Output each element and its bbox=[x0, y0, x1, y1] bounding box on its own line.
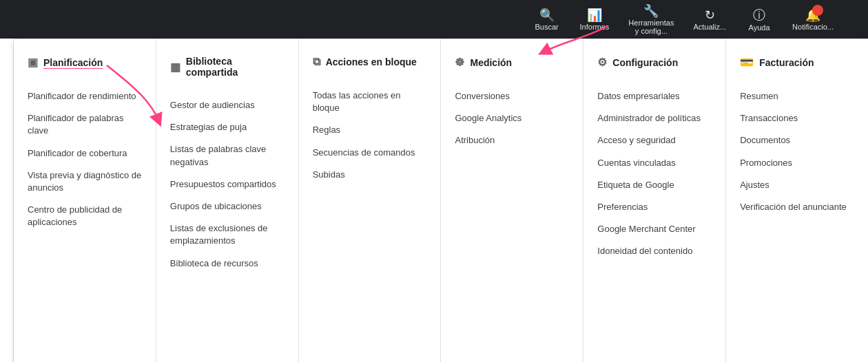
top-nav: 🔍Buscar📊Informes🔧Herramientas y config..… bbox=[0, 0, 868, 39]
menu-item-acciones-2[interactable]: Secuencias de comandos bbox=[313, 142, 427, 164]
menu-item-planificacion-2[interactable]: Planificador de cobertura bbox=[28, 142, 142, 164]
menu-item-facturacion-3[interactable]: Promociones bbox=[740, 152, 854, 174]
biblioteca-header-text: Biblioteca compartida bbox=[186, 56, 285, 78]
herramientas-icon: 🔧 bbox=[643, 4, 659, 18]
menu-column-acciones: ⧉Acciones en bloqueTodas las acciones en… bbox=[299, 39, 442, 362]
herramientas-label: Herramientas y config... bbox=[628, 19, 674, 35]
nav-item-ayuda[interactable]: ⓘAyuda bbox=[738, 4, 780, 34]
menu-item-facturacion-5[interactable]: Verificación del anunciante bbox=[740, 196, 854, 218]
actualiz-icon: ↻ bbox=[705, 8, 715, 22]
acciones-header-text: Acciones en bloque bbox=[326, 56, 417, 67]
nav-item-actualiz[interactable]: ↻Actualiz... bbox=[686, 5, 733, 34]
menu-item-configuracion-3[interactable]: Cuentas vinculadas bbox=[597, 152, 712, 174]
planificacion-header-icon: ▣ bbox=[28, 56, 38, 69]
menu-item-facturacion-1[interactable]: Transacciones bbox=[740, 107, 854, 129]
menu-item-planificacion-1[interactable]: Planificador de palabras clave bbox=[28, 107, 142, 142]
column-header-planificacion: ▣Planificación bbox=[28, 56, 142, 74]
nav-item-informes[interactable]: 📊Informes bbox=[573, 5, 617, 34]
column-header-biblioteca: ▦Biblioteca compartida bbox=[170, 56, 285, 83]
menu-item-acciones-1[interactable]: Reglas bbox=[313, 119, 427, 141]
menu-item-biblioteca-4[interactable]: Grupos de ubicaciones bbox=[170, 195, 285, 217]
menu-column-facturacion: 💳FacturaciónResumenTransaccionesDocument… bbox=[726, 39, 868, 362]
medicion-header-text: Medición bbox=[470, 57, 512, 68]
column-header-facturacion: 💳Facturación bbox=[740, 56, 854, 74]
menu-item-acciones-0[interactable]: Todas las acciones en bloque bbox=[313, 85, 427, 119]
menu-item-medicion-1[interactable]: Google Analytics bbox=[455, 107, 569, 129]
nav-item-notificaciones[interactable]: 🔔Notificacio... bbox=[785, 5, 840, 34]
menu-item-facturacion-2[interactable]: Documentos bbox=[740, 129, 854, 151]
menu-column-medicion: ☸MediciónConversionesGoogle AnalyticsAtr… bbox=[441, 39, 583, 362]
notificaciones-label: Notificacio... bbox=[792, 23, 834, 31]
menu-item-biblioteca-1[interactable]: Estrategias de puja bbox=[170, 116, 285, 138]
nav-item-herramientas[interactable]: 🔧Herramientas y config... bbox=[621, 1, 681, 38]
buscar-label: Buscar bbox=[535, 23, 558, 31]
menu-column-biblioteca: ▦Biblioteca compartidaGestor de audienci… bbox=[156, 39, 299, 362]
menu-item-acciones-3[interactable]: Subidas bbox=[313, 164, 427, 186]
menu-item-biblioteca-5[interactable]: Listas de exclusiones de emplazamientos bbox=[170, 217, 285, 252]
menu-item-configuracion-5[interactable]: Preferencias bbox=[597, 196, 712, 218]
biblioteca-header-icon: ▦ bbox=[170, 61, 180, 74]
menu-item-biblioteca-6[interactable]: Biblioteca de recursos bbox=[170, 253, 285, 275]
planificacion-header-text: Planificación bbox=[43, 57, 103, 68]
left-sidebar bbox=[0, 39, 14, 362]
column-header-configuracion: ⚙Configuración bbox=[597, 56, 712, 74]
menu-item-configuracion-0[interactable]: Datos empresariales bbox=[597, 85, 712, 107]
menu-item-medicion-0[interactable]: Conversiones bbox=[455, 85, 569, 107]
menu-item-biblioteca-2[interactable]: Listas de palabras clave negativas bbox=[170, 138, 285, 173]
menu-item-biblioteca-0[interactable]: Gestor de audiencias bbox=[170, 94, 285, 116]
ayuda-label: Ayuda bbox=[749, 23, 770, 32]
facturacion-header-text: Facturación bbox=[759, 57, 814, 68]
menu-item-facturacion-0[interactable]: Resumen bbox=[740, 85, 854, 107]
menu-item-planificacion-0[interactable]: Planificador de rendimiento bbox=[28, 85, 142, 107]
column-header-acciones: ⧉Acciones en bloque bbox=[313, 56, 427, 74]
menu-item-facturacion-4[interactable]: Ajustes bbox=[740, 174, 854, 196]
configuracion-header-icon: ⚙ bbox=[597, 56, 607, 69]
configuracion-header-text: Configuración bbox=[612, 57, 678, 68]
menu-item-planificacion-4[interactable]: Centro de publicidad de aplicaciones bbox=[28, 199, 142, 233]
informes-icon: 📊 bbox=[587, 8, 602, 22]
menu-item-planificacion-3[interactable]: Vista previa y diagnóstico de anuncios bbox=[28, 164, 142, 199]
medicion-header-icon: ☸ bbox=[455, 56, 464, 69]
actualiz-label: Actualiz... bbox=[693, 23, 726, 31]
acciones-header-icon: ⧉ bbox=[313, 56, 320, 68]
menu-item-configuracion-2[interactable]: Acceso y seguridad bbox=[597, 129, 712, 151]
menu-item-configuracion-4[interactable]: Etiqueta de Google bbox=[597, 174, 712, 196]
menu-column-configuracion: ⚙ConfiguraciónDatos empresarialesAdminis… bbox=[583, 39, 726, 362]
buscar-icon: 🔍 bbox=[539, 8, 555, 22]
ayuda-icon: ⓘ bbox=[753, 8, 765, 22]
notification-badge bbox=[812, 5, 823, 16]
column-header-medicion: ☸Medición bbox=[455, 56, 569, 74]
menu-item-configuracion-6[interactable]: Google Merchant Center bbox=[597, 218, 712, 240]
menu-item-biblioteca-3[interactable]: Presupuestos compartidos bbox=[170, 173, 285, 195]
facturacion-header-icon: 💳 bbox=[740, 56, 754, 69]
menu-item-configuracion-7[interactable]: Idoneidad del contenido bbox=[597, 240, 712, 262]
informes-label: Informes bbox=[580, 23, 610, 31]
menu-column-planificacion: ▣PlanificaciónPlanificador de rendimient… bbox=[14, 39, 156, 362]
menu-item-configuracion-1[interactable]: Administrador de políticas bbox=[597, 107, 712, 129]
mega-menu: ▣PlanificaciónPlanificador de rendimient… bbox=[14, 39, 868, 362]
menu-item-medicion-2[interactable]: Atribución bbox=[455, 129, 569, 151]
nav-item-buscar[interactable]: 🔍Buscar bbox=[526, 5, 568, 34]
